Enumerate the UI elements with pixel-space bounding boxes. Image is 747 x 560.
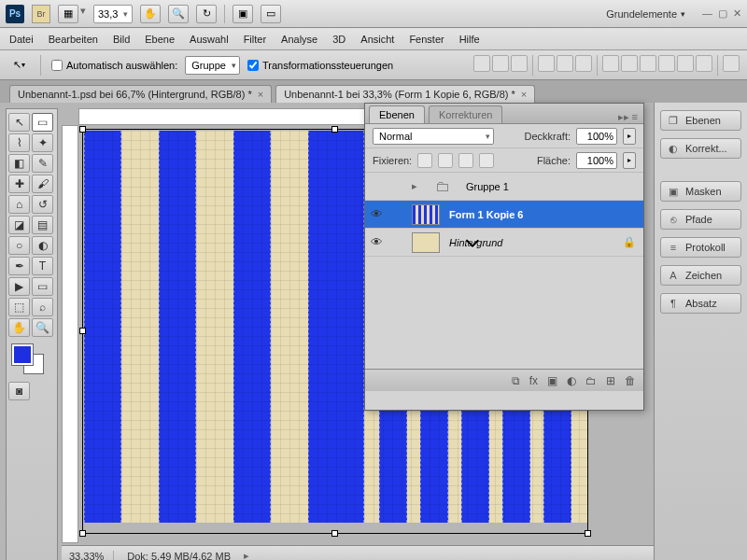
visibility-icon[interactable]: 👁 (365, 235, 388, 249)
gradient-tool[interactable]: ▤ (32, 216, 53, 234)
lasso-tool[interactable]: ⌇ (8, 133, 30, 152)
menu-bearbeiten[interactable]: Bearbeiten (49, 34, 98, 45)
expand-icon[interactable]: ▸ (412, 180, 423, 192)
pen-tool[interactable]: ✒ (8, 257, 30, 275)
layer-form1kopie6[interactable]: 👁 Form 1 Kopie 6 (365, 201, 643, 229)
distribute-bottom-icon[interactable] (640, 55, 656, 72)
marquee-tool[interactable]: ▭ (32, 113, 53, 132)
dock-masken[interactable]: ▣Masken (660, 181, 741, 202)
align-right-icon[interactable] (575, 55, 592, 72)
fill-arrow-icon[interactable]: ▸ (623, 152, 636, 169)
auto-select-dropdown[interactable]: Gruppe (185, 56, 240, 75)
wand-tool[interactable]: ✦ (32, 133, 53, 152)
close-icon[interactable]: × (521, 89, 527, 100)
foreground-color-swatch[interactable] (12, 344, 33, 365)
crop-tool[interactable]: ◧ (8, 154, 30, 173)
adjustment-icon[interactable]: ◐ (567, 374, 576, 387)
link-layers-icon[interactable]: ⧉ (512, 374, 520, 387)
document-tab-2[interactable]: Unbenannt-1 bei 33,3% (Form 1 Kopie 6, R… (275, 85, 535, 103)
menu-ansicht[interactable]: Ansicht (360, 34, 394, 45)
view-extras-icon[interactable]: ▦ (58, 5, 78, 23)
lock-pixels-icon[interactable] (438, 153, 453, 168)
zoom-tool-icon[interactable]: 🔍 (168, 5, 189, 23)
eyedropper-tool[interactable]: ✎ (32, 154, 53, 173)
menu-filter[interactable]: Filter (244, 34, 266, 45)
hand-tool-icon[interactable]: ✋ (140, 5, 161, 23)
tab-korrekturen[interactable]: Korrekturen (429, 105, 502, 123)
layer-thumbnail[interactable] (412, 204, 440, 225)
opacity-input[interactable]: 100% (576, 128, 617, 145)
rotate-view-icon[interactable]: ↻ (196, 5, 217, 23)
visibility-icon[interactable]: 👁 (365, 207, 388, 221)
menu-fenster[interactable]: Fenster (409, 34, 444, 45)
minimize-button[interactable]: — (702, 7, 712, 20)
dock-zeichen[interactable]: AZeichen (660, 265, 741, 286)
dock-pfade[interactable]: ⎋Pfade (660, 209, 741, 230)
tab-ebenen[interactable]: Ebenen (369, 105, 425, 123)
close-icon[interactable]: × (258, 89, 263, 100)
move-tool-indicator[interactable]: ↖▾ (7, 56, 30, 75)
dodge-tool[interactable]: ◐ (32, 236, 53, 255)
dock-absatz[interactable]: ¶Absatz (660, 293, 741, 314)
align-hcenter-icon[interactable] (557, 55, 573, 72)
type-tool[interactable]: T (32, 257, 53, 275)
move-tool[interactable]: ↖ (8, 113, 30, 132)
dock-ebenen[interactable]: ❐Ebenen (660, 110, 741, 131)
delete-layer-icon[interactable]: 🗑 (625, 374, 636, 387)
maximize-button[interactable]: ▢ (718, 7, 727, 20)
menu-analyse[interactable]: Analyse (281, 34, 317, 45)
menu-bild[interactable]: Bild (113, 34, 130, 45)
document-tab-1[interactable]: Unbenannt-1.psd bei 66,7% (Hintergrund, … (9, 85, 272, 103)
eraser-tool[interactable]: ◪ (8, 216, 30, 234)
mask-icon[interactable]: ▣ (547, 374, 557, 387)
distribute-right-icon[interactable] (696, 55, 712, 72)
lock-all-icon[interactable] (479, 153, 494, 168)
bridge-logo[interactable]: Br (32, 5, 50, 23)
layer-hintergrund[interactable]: 👁 Hintergrund 🔒 (365, 229, 643, 257)
dock-protokoll[interactable]: ≡Protokoll (660, 237, 741, 258)
zoom-tool[interactable]: 🔍 (32, 318, 53, 337)
menu-ebene[interactable]: Ebene (145, 34, 175, 45)
auto-select-checkbox[interactable]: Automatisch auswählen: (51, 60, 177, 71)
menu-3d[interactable]: 3D (332, 34, 345, 45)
align-top-icon[interactable] (473, 55, 490, 72)
quickmask-tool[interactable]: ◙ (8, 382, 30, 400)
auto-align-icon[interactable] (723, 55, 740, 72)
shape-tool[interactable]: ▭ (32, 277, 53, 296)
screen-mode-icon[interactable]: ▭ (261, 5, 281, 23)
dock-korrekturen[interactable]: ◐Korrekt... (660, 138, 741, 159)
distribute-left-icon[interactable] (658, 55, 675, 72)
status-zoom[interactable]: 33,33% (69, 551, 114, 561)
menu-auswahl[interactable]: Auswahl (190, 34, 229, 45)
align-bottom-icon[interactable] (511, 55, 528, 72)
layer-thumbnail[interactable] (412, 232, 440, 253)
arrange-docs-icon[interactable]: ▣ (233, 5, 253, 23)
panel-collapse-icon[interactable]: ▸▸ (618, 111, 629, 123)
menu-hilfe[interactable]: Hilfe (459, 34, 480, 45)
panel-menu-icon[interactable]: ≡ (632, 111, 638, 123)
zoom-level-select[interactable]: 33,3▾ (93, 5, 133, 23)
blend-mode-dropdown[interactable]: Normal (373, 128, 494, 145)
distribute-hcenter-icon[interactable] (677, 55, 694, 72)
opacity-arrow-icon[interactable]: ▸ (623, 128, 636, 145)
hand-tool[interactable]: ✋ (8, 318, 30, 337)
layers-panel[interactable]: Ebenen Korrekturen ▸▸≡ Normal Deckkraft:… (364, 103, 644, 411)
menu-datei[interactable]: Datei (9, 34, 34, 45)
heal-tool[interactable]: ✚ (8, 175, 30, 193)
close-button[interactable]: ✕ (733, 7, 741, 20)
new-group-icon[interactable]: 🗀 (585, 374, 597, 387)
brush-tool[interactable]: 🖌 (32, 175, 53, 193)
transform-controls-checkbox[interactable]: Transformationssteuerungen (247, 60, 393, 71)
workspace-switcher[interactable]: Grundelemente▾ (606, 8, 685, 20)
stamp-tool[interactable]: ⌂ (8, 195, 30, 214)
align-vcenter-icon[interactable] (492, 55, 509, 72)
history-brush-tool[interactable]: ↺ (32, 195, 53, 214)
camera-tool[interactable]: ⌕ (32, 298, 53, 316)
distribute-top-icon[interactable] (602, 55, 619, 72)
layer-group[interactable]: ▸ 🗀 Gruppe 1 (365, 173, 643, 201)
path-select-tool[interactable]: ▶ (8, 277, 30, 296)
lock-position-icon[interactable] (458, 153, 473, 168)
distribute-vcenter-icon[interactable] (621, 55, 638, 72)
color-swatches[interactable] (8, 344, 55, 378)
new-layer-icon[interactable]: ⊞ (606, 374, 615, 387)
